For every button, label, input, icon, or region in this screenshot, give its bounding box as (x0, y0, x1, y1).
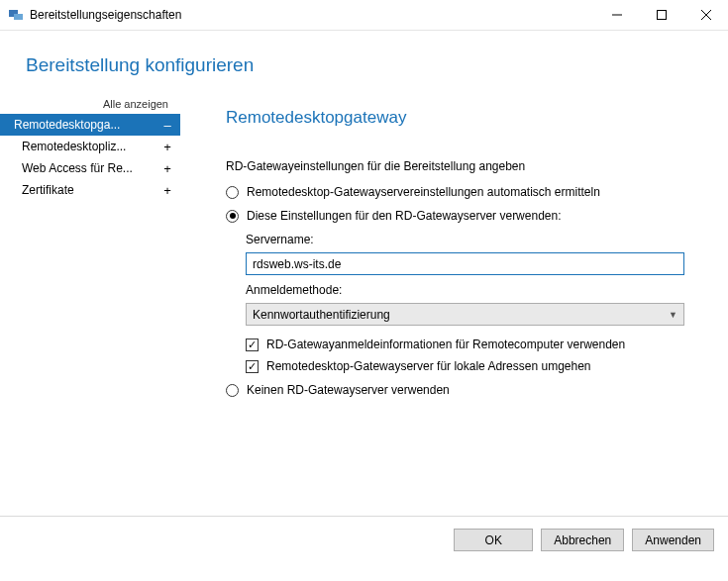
radio-option-auto[interactable]: Remotedesktop-Gatewayservereinstellungen… (226, 185, 684, 199)
expand-icon[interactable]: + (160, 184, 174, 197)
sidebar-item-label: Zertifikate (22, 183, 74, 197)
close-button[interactable] (683, 0, 728, 30)
checkbox-label: RD-Gatewayanmeldeinformationen für Remot… (266, 338, 625, 351)
radio-option-none[interactable]: Keinen RD-Gatewayserver verwenden (226, 383, 684, 397)
svg-rect-1 (14, 14, 23, 20)
app-icon (8, 7, 24, 23)
maximize-button[interactable] (639, 0, 683, 30)
dialog-footer: OK Abbrechen Anwenden (0, 516, 728, 563)
checkbox-label: Remotedesktop-Gatewayserver für lokale A… (266, 359, 591, 373)
page-title: Bereitstellung konfigurieren (26, 54, 728, 76)
sidebar-item-label: Web Access für Re... (22, 161, 133, 175)
cancel-button[interactable]: Abbrechen (541, 529, 624, 551)
servername-label: Servername: (246, 233, 684, 246)
sidebar: Alle anzeigen Remotedesktopga... – Remot… (0, 90, 180, 516)
sidebar-item-label: Remotedesktopga... (14, 118, 120, 132)
sidebar-item-remotedesktop-gateway[interactable]: Remotedesktopga... – (0, 114, 180, 136)
main-panel: Remotedesktopgateway RD-Gatewayeinstellu… (180, 90, 728, 516)
radio-option-use-these[interactable]: Diese Einstellungen für den RD-Gatewayse… (226, 209, 684, 223)
checkbox-icon (246, 339, 259, 351)
chevron-down-icon: ▼ (669, 310, 677, 320)
intro-text: RD-Gatewayeinstellungen für die Bereitst… (226, 159, 684, 173)
radio-icon (226, 210, 239, 223)
auth-method-select[interactable]: Kennwortauthentifizierung ▼ (246, 303, 684, 326)
sidebar-item-label: Remotedesktopliz... (22, 140, 126, 153)
minimize-button[interactable] (594, 0, 639, 30)
window-title: Bereitstellungseigenschaften (30, 8, 181, 22)
sidebar-item-certificates[interactable]: Zertifikate + (0, 179, 180, 201)
checkbox-bypass-local[interactable]: Remotedesktop-Gatewayserver für lokale A… (246, 359, 684, 373)
collapse-icon[interactable]: – (160, 119, 174, 132)
radio-label: Keinen RD-Gatewayserver verwenden (247, 383, 450, 397)
select-value: Kennwortauthentifizierung (253, 308, 390, 322)
show-all-link[interactable]: Alle anzeigen (0, 98, 180, 114)
apply-button[interactable]: Anwenden (632, 529, 714, 551)
radio-icon (226, 186, 239, 199)
radio-icon (226, 384, 239, 397)
sidebar-item-remotedesktop-licensing[interactable]: Remotedesktopliz... + (0, 136, 180, 157)
expand-icon[interactable]: + (160, 162, 174, 175)
sidebar-item-web-access[interactable]: Web Access für Re... + (0, 157, 180, 179)
titlebar: Bereitstellungseigenschaften (0, 0, 728, 30)
servername-input[interactable] (246, 252, 684, 275)
page-header: Bereitstellung konfigurieren (0, 31, 728, 90)
radio-label: Diese Einstellungen für den RD-Gatewayse… (247, 209, 562, 223)
auth-method-label: Anmeldemethode: (246, 283, 684, 297)
section-title: Remotedesktopgateway (226, 108, 684, 128)
radio-label: Remotedesktop-Gatewayservereinstellungen… (247, 185, 600, 199)
ok-button[interactable]: OK (454, 529, 533, 551)
checkbox-use-gateway-credentials[interactable]: RD-Gatewayanmeldeinformationen für Remot… (246, 338, 684, 351)
expand-icon[interactable]: + (160, 141, 174, 153)
checkbox-icon (246, 360, 259, 373)
svg-rect-3 (657, 11, 666, 20)
